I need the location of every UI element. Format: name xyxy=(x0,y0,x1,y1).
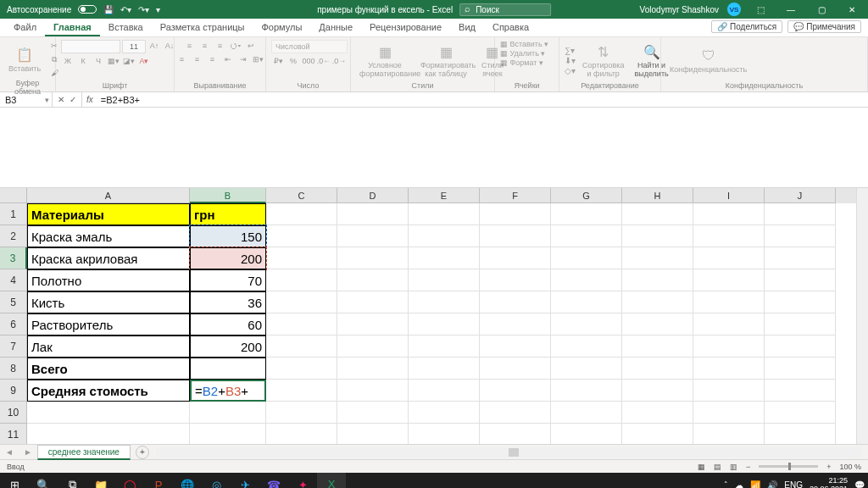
col-header-E[interactable]: E xyxy=(409,188,480,203)
cell-B10[interactable] xyxy=(190,402,266,424)
format-as-table-button[interactable]: ▦Форматировать как таблицу xyxy=(417,42,475,80)
col-header-C[interactable]: C xyxy=(266,188,337,203)
ribbon-display-icon[interactable]: ⬚ xyxy=(749,5,771,14)
cell-C11[interactable] xyxy=(266,424,337,444)
cell-G2[interactable] xyxy=(551,225,622,247)
tray-notifications-icon[interactable]: 💬 xyxy=(854,480,865,489)
cell-F7[interactable] xyxy=(480,336,551,358)
format-cells-button[interactable]: ▦ Формат ▾ xyxy=(500,58,543,67)
cell-I1[interactable] xyxy=(693,203,765,225)
cell-A5[interactable]: Кисть xyxy=(27,291,190,313)
namebox-dropdown-icon[interactable]: ▾ xyxy=(45,96,49,104)
col-header-B[interactable]: B xyxy=(190,188,266,203)
cell-C7[interactable] xyxy=(266,336,337,358)
cell-H7[interactable] xyxy=(622,336,693,358)
insert-cells-button[interactable]: ▦ Вставить ▾ xyxy=(500,40,548,48)
copy-icon[interactable]: ⧉ xyxy=(47,53,61,65)
user-avatar[interactable]: VS xyxy=(727,3,741,16)
cell-G7[interactable] xyxy=(551,336,622,358)
col-header-G[interactable]: G xyxy=(551,188,622,203)
cell-E10[interactable] xyxy=(409,402,480,424)
search-box[interactable]: Поиск xyxy=(459,3,551,16)
cancel-formula-icon[interactable]: ✕ xyxy=(58,95,64,104)
cell-A1[interactable]: Материалы xyxy=(27,203,190,225)
cell-C2[interactable] xyxy=(266,225,337,247)
cut-icon[interactable]: ✂ xyxy=(47,40,61,52)
taskbar-taskview-icon[interactable]: ⧉ xyxy=(58,473,86,488)
vertical-scrollbar[interactable] xyxy=(856,188,868,444)
cell-J3[interactable] xyxy=(765,247,836,269)
wrap-text-icon[interactable]: ↩ xyxy=(244,40,258,52)
underline-icon[interactable]: Ч xyxy=(92,55,105,67)
cell-G8[interactable] xyxy=(551,358,622,380)
sheet-tab[interactable]: среднее значение xyxy=(37,445,131,460)
undo-icon[interactable]: ↶▾ xyxy=(120,5,131,14)
cell-D8[interactable] xyxy=(337,358,409,380)
row-header-2[interactable]: 2 xyxy=(0,225,27,247)
tab-справка[interactable]: Справка xyxy=(484,19,537,36)
italic-icon[interactable]: К xyxy=(76,55,90,67)
spreadsheet-grid[interactable]: ABCDEFGHIJ 1234567891011 МатериалыгрнКра… xyxy=(0,188,868,444)
cell-H9[interactable] xyxy=(622,380,693,402)
cell-A4[interactable]: Полотно xyxy=(27,269,190,291)
cell-I9[interactable] xyxy=(693,380,765,402)
view-pagebreak-icon[interactable]: ▥ xyxy=(730,463,737,471)
conditional-formatting-button[interactable]: ▦Условное форматирование xyxy=(356,42,414,80)
cell-B4[interactable]: 70 xyxy=(190,269,266,291)
cell-F11[interactable] xyxy=(480,424,551,444)
sort-filter-button[interactable]: ⇅Сортировка и фильтр xyxy=(579,42,627,80)
taskbar-app-icon[interactable]: ◎ xyxy=(202,473,231,488)
formula-input[interactable]: =B2+B3+ xyxy=(97,95,868,105)
cell-I4[interactable] xyxy=(693,269,765,291)
taskbar-explorer-icon[interactable]: 📁 xyxy=(86,473,115,488)
cell-B5[interactable]: 36 xyxy=(190,291,266,313)
tab-главная[interactable]: Главная xyxy=(45,19,100,36)
privacy-button[interactable]: 🛡Конфиденциальность xyxy=(666,46,750,75)
cell-D3[interactable] xyxy=(337,247,409,269)
cell-J1[interactable] xyxy=(765,203,836,225)
cell-H2[interactable] xyxy=(622,225,693,247)
cell-E11[interactable] xyxy=(409,424,480,444)
zoom-slider[interactable] xyxy=(759,465,818,468)
cell-F6[interactable] xyxy=(480,313,551,336)
tab-вставка[interactable]: Вставка xyxy=(100,19,152,36)
cell-J2[interactable] xyxy=(765,225,836,247)
cell-G11[interactable] xyxy=(551,424,622,444)
share-button[interactable]: 🔗 Поделиться xyxy=(711,20,782,33)
cell-F9[interactable] xyxy=(480,380,551,402)
cell-D2[interactable] xyxy=(337,225,409,247)
cell-J11[interactable] xyxy=(765,424,836,444)
cell-D6[interactable] xyxy=(337,313,409,336)
cell-F10[interactable] xyxy=(480,402,551,424)
tab-файл[interactable]: Файл xyxy=(5,19,45,36)
cell-C4[interactable] xyxy=(266,269,337,291)
cell-I6[interactable] xyxy=(693,313,765,336)
tab-данные[interactable]: Данные xyxy=(310,19,361,36)
taskbar-excel-icon[interactable]: X xyxy=(317,473,346,488)
cell-J8[interactable] xyxy=(765,358,836,380)
cell-F8[interactable] xyxy=(480,358,551,380)
cell-I8[interactable] xyxy=(693,358,765,380)
view-layout-icon[interactable]: ▤ xyxy=(714,463,721,471)
sheet-nav-prev-icon[interactable]: ◄ xyxy=(0,447,19,457)
cell-E2[interactable] xyxy=(409,225,480,247)
cell-C3[interactable] xyxy=(266,247,337,269)
cell-G10[interactable] xyxy=(551,402,622,424)
row-header-9[interactable]: 9 xyxy=(0,380,27,402)
taskbar-search-icon[interactable]: 🔍 xyxy=(29,473,58,488)
cell-B6[interactable]: 60 xyxy=(190,313,266,336)
clear-icon[interactable]: ◇▾ xyxy=(565,66,576,75)
cell-J6[interactable] xyxy=(765,313,836,336)
tray-network-icon[interactable]: 📶 xyxy=(750,480,760,489)
fill-color-icon[interactable]: ◪▾ xyxy=(122,55,136,67)
start-button[interactable]: ⊞ xyxy=(0,479,29,489)
cell-A6[interactable]: Растворитель xyxy=(27,313,190,336)
autosave-toggle[interactable] xyxy=(78,5,97,14)
cell-I3[interactable] xyxy=(693,247,765,269)
cell-A3[interactable]: Краска акриловая xyxy=(27,247,190,269)
row-header-5[interactable]: 5 xyxy=(0,291,27,313)
cell-I2[interactable] xyxy=(693,225,765,247)
tray-language[interactable]: ENG xyxy=(784,480,803,489)
taskbar-chrome-icon[interactable]: 🌐 xyxy=(173,473,202,488)
tray-overflow-icon[interactable]: ˄ xyxy=(724,480,728,488)
